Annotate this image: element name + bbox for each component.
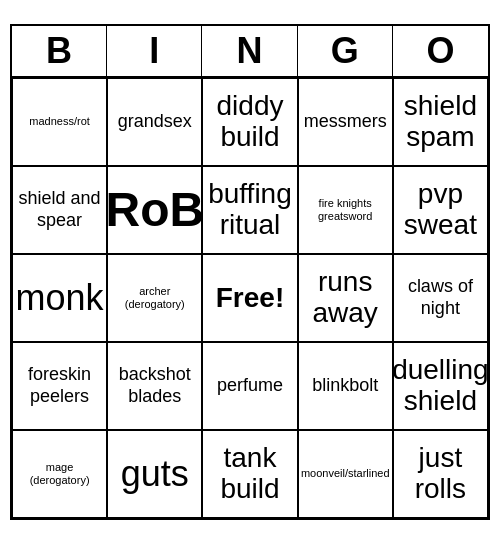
cell-r3c4: duelling shield: [393, 342, 488, 430]
cell-r3c1: backshot blades: [107, 342, 202, 430]
cell-r0c3: messmers: [298, 78, 393, 166]
cell-text-r4c1: guts: [121, 454, 189, 494]
cell-r4c2: tank build: [202, 430, 297, 518]
cell-text-r3c2: perfume: [217, 375, 283, 397]
cell-r4c4: just rolls: [393, 430, 488, 518]
cell-r3c3: blinkbolt: [298, 342, 393, 430]
cell-text-r1c4: pvp sweat: [398, 179, 483, 241]
bingo-card: BINGO madness/rotgrandsexdiddy buildmess…: [10, 24, 490, 520]
cell-text-r0c0: madness/rot: [29, 115, 90, 128]
cell-r1c1: RoB: [107, 166, 202, 254]
cell-text-r0c1: grandsex: [118, 111, 192, 133]
cell-r2c2: Free!: [202, 254, 297, 342]
cell-r0c1: grandsex: [107, 78, 202, 166]
header-letter-g: G: [298, 26, 393, 76]
cell-text-r0c4: shield spam: [398, 91, 483, 153]
cell-text-r2c3: runs away: [303, 267, 388, 329]
cell-text-r0c2: diddy build: [207, 91, 292, 153]
cell-r1c2: buffing ritual: [202, 166, 297, 254]
cell-r4c3: moonveil/starlined: [298, 430, 393, 518]
cell-r4c0: mage (derogatory): [12, 430, 107, 518]
cell-text-r0c3: messmers: [304, 111, 387, 133]
cell-text-r2c4: claws of night: [398, 276, 483, 319]
cell-text-r2c0: monk: [16, 278, 104, 318]
cell-text-r1c1: RoB: [107, 186, 202, 234]
cell-text-r1c3: fire knights greatsword: [303, 197, 388, 223]
cell-r0c2: diddy build: [202, 78, 297, 166]
cell-text-r3c4: duelling shield: [393, 355, 488, 417]
cell-r2c1: archer (derogatory): [107, 254, 202, 342]
cell-r3c2: perfume: [202, 342, 297, 430]
cell-r4c1: guts: [107, 430, 202, 518]
cell-text-r3c0: foreskin peelers: [17, 364, 102, 407]
cell-text-r4c3: moonveil/starlined: [301, 467, 390, 480]
cell-text-r3c3: blinkbolt: [312, 375, 378, 397]
cell-r2c0: monk: [12, 254, 107, 342]
cell-text-r4c2: tank build: [207, 443, 292, 505]
cell-r1c3: fire knights greatsword: [298, 166, 393, 254]
cell-text-r4c0: mage (derogatory): [17, 461, 102, 487]
bingo-grid: madness/rotgrandsexdiddy buildmessmerssh…: [12, 78, 488, 518]
cell-text-r4c4: just rolls: [398, 443, 483, 505]
header-letter-i: I: [107, 26, 202, 76]
cell-r2c3: runs away: [298, 254, 393, 342]
cell-text-r1c2: buffing ritual: [207, 179, 292, 241]
cell-r0c0: madness/rot: [12, 78, 107, 166]
header-letter-b: B: [12, 26, 107, 76]
cell-text-r3c1: backshot blades: [112, 364, 197, 407]
cell-r2c4: claws of night: [393, 254, 488, 342]
cell-r3c0: foreskin peelers: [12, 342, 107, 430]
cell-text-r2c2: Free!: [216, 282, 284, 314]
cell-text-r2c1: archer (derogatory): [112, 285, 197, 311]
cell-text-r1c0: shield and spear: [17, 188, 102, 231]
bingo-header: BINGO: [12, 26, 488, 78]
cell-r1c4: pvp sweat: [393, 166, 488, 254]
cell-r1c0: shield and spear: [12, 166, 107, 254]
header-letter-o: O: [393, 26, 488, 76]
header-letter-n: N: [202, 26, 297, 76]
cell-r0c4: shield spam: [393, 78, 488, 166]
